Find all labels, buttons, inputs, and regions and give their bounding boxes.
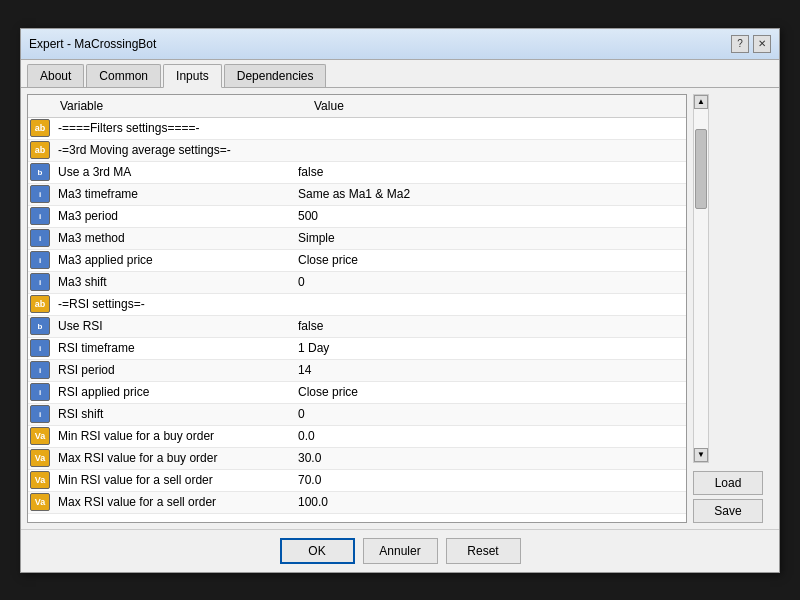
icon-int: i	[30, 229, 50, 247]
table-row[interactable]: ab -=3rd Moving average settings=-	[28, 140, 686, 162]
tab-inputs[interactable]: Inputs	[163, 64, 222, 88]
tab-about[interactable]: About	[27, 64, 84, 87]
table-row[interactable]: i Ma3 applied price Close price	[28, 250, 686, 272]
window-title: Expert - MaCrossingBot	[29, 37, 156, 51]
icon-va: Va	[30, 493, 50, 511]
table-row[interactable]: i Ma3 shift 0	[28, 272, 686, 294]
table-row[interactable]: i Ma3 timeframe Same as Ma1 & Ma2	[28, 184, 686, 206]
icon-bool: b	[30, 317, 50, 335]
close-button[interactable]: ✕	[753, 35, 771, 53]
icon-va: Va	[30, 449, 50, 467]
icon-bool: b	[30, 163, 50, 181]
scrollbar[interactable]: ▲ ▼	[693, 94, 709, 463]
tab-common[interactable]: Common	[86, 64, 161, 87]
table-body: ab -====Filters settings====- ab -=3rd M…	[28, 118, 686, 522]
ok-button[interactable]: OK	[280, 538, 355, 564]
load-button[interactable]: Load	[693, 471, 763, 495]
table-row[interactable]: i RSI timeframe 1 Day	[28, 338, 686, 360]
icon-int: i	[30, 251, 50, 269]
icon-ab: ab	[30, 141, 50, 159]
icon-int: i	[30, 361, 50, 379]
title-bar: Expert - MaCrossingBot ? ✕	[21, 29, 779, 60]
table-row[interactable]: Va Max RSI value for a buy order 30.0	[28, 448, 686, 470]
icon-int: i	[30, 405, 50, 423]
table-row[interactable]: ab -====Filters settings====-	[28, 118, 686, 140]
col-value-header: Value	[314, 99, 344, 113]
table-row[interactable]: i Ma3 method Simple	[28, 228, 686, 250]
icon-va: Va	[30, 427, 50, 445]
scrollbar-thumb[interactable]	[695, 129, 707, 209]
table-header: Variable Value	[28, 95, 686, 118]
scroll-up-arrow[interactable]: ▲	[694, 95, 708, 109]
parameters-table: Variable Value ab -====Filters settings=…	[27, 94, 687, 523]
table-row[interactable]: i RSI applied price Close price	[28, 382, 686, 404]
table-row[interactable]: i Ma3 period 500	[28, 206, 686, 228]
cancel-button[interactable]: Annuler	[363, 538, 438, 564]
help-button[interactable]: ?	[731, 35, 749, 53]
table-row[interactable]: Va Max RSI value for a sell order 100.0	[28, 492, 686, 514]
dialog-window: Expert - MaCrossingBot ? ✕ About Common …	[20, 28, 780, 573]
table-row[interactable]: i RSI shift 0	[28, 404, 686, 426]
icon-int: i	[30, 383, 50, 401]
icon-int: i	[30, 339, 50, 357]
icon-int: i	[30, 207, 50, 225]
content-area: Variable Value ab -====Filters settings=…	[21, 88, 779, 529]
sidebar: ▲ ▼ Load Save	[693, 94, 773, 523]
icon-va: Va	[30, 471, 50, 489]
table-row[interactable]: ab -=RSI settings=-	[28, 294, 686, 316]
title-bar-controls: ? ✕	[731, 35, 771, 53]
reset-button[interactable]: Reset	[446, 538, 521, 564]
tab-dependencies[interactable]: Dependencies	[224, 64, 327, 87]
sidebar-buttons: Load Save	[693, 467, 773, 523]
icon-ab: ab	[30, 119, 50, 137]
icon-int: i	[30, 273, 50, 291]
table-row[interactable]: Va Min RSI value for a sell order 70.0	[28, 470, 686, 492]
scroll-down-arrow[interactable]: ▼	[694, 448, 708, 462]
table-row[interactable]: b Use a 3rd MA false	[28, 162, 686, 184]
col-variable-header: Variable	[60, 99, 103, 113]
icon-int: i	[30, 185, 50, 203]
table-row[interactable]: Va Min RSI value for a buy order 0.0	[28, 426, 686, 448]
icon-ab: ab	[30, 295, 50, 313]
table-row[interactable]: b Use RSI false	[28, 316, 686, 338]
tabs-bar: About Common Inputs Dependencies	[21, 60, 779, 88]
footer: OK Annuler Reset	[21, 529, 779, 572]
table-row[interactable]: i RSI period 14	[28, 360, 686, 382]
save-button[interactable]: Save	[693, 499, 763, 523]
